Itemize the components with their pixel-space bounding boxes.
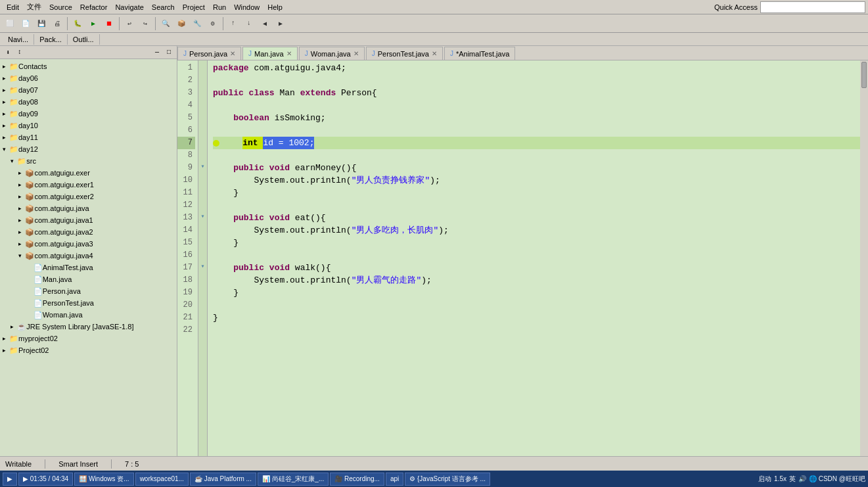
toolbar-btn-7[interactable]: 🔍 (158, 16, 173, 31)
code-editor[interactable]: 12345678910111213141516171819202122 ▾▾▾ … (177, 60, 868, 456)
tree-item-pkg-java[interactable]: ▸📦com.atguigu.java (0, 202, 177, 214)
tree-item-Person[interactable]: 📄Person.java (0, 285, 177, 297)
tree-item-Woman[interactable]: 📄Woman.java (0, 309, 177, 321)
quick-access-area: Quick Access (714, 1, 865, 13)
tree-label: day09 (18, 110, 38, 118)
taskbar-btn-windows[interactable]: 🪟 Windows 资... (74, 473, 133, 486)
tree-item-pkg-java3[interactable]: ▸📦com.atguigu.java3 (0, 238, 177, 250)
tab-close-btn[interactable]: ✕ (230, 50, 235, 57)
sys-zoom: 1.5x (774, 475, 787, 482)
menu-help[interactable]: Help (263, 2, 286, 12)
vertical-scrollbar[interactable] (860, 60, 868, 456)
tree-item-jre[interactable]: ▸☕JRE System Library [JavaSE-1.8] (0, 321, 177, 333)
tab-close-btn[interactable]: ✕ (354, 50, 359, 57)
sidebar-btn-2[interactable]: ↕ (14, 47, 25, 58)
editor-tab-2[interactable]: JWoman.java✕ (299, 47, 365, 60)
taskbar-btn-media[interactable]: ▶ 01:35 / 04:34 (18, 473, 73, 486)
toolbar-btn-10[interactable]: ⚙ (206, 16, 220, 31)
menu-search[interactable]: Search (148, 2, 179, 12)
toolbar-btn-8[interactable]: 📦 (174, 16, 189, 31)
tree-item-day10[interactable]: ▸📁day10 (0, 120, 177, 131)
toolbar-btn-9[interactable]: 🔧 (190, 16, 204, 31)
toolbar-btn-2[interactable]: 📄 (18, 16, 33, 31)
panel-tab-navi[interactable]: Navi... (3, 34, 34, 45)
menu-source[interactable]: Source (45, 2, 76, 12)
quick-access-input[interactable] (760, 1, 865, 13)
tree-item-pkg-java2[interactable]: ▸📦com.atguigu.java2 (0, 226, 177, 238)
tree-item-pkg-java4[interactable]: ▾📦com.atguigu.java4 (0, 250, 177, 262)
code-line-21: } (213, 312, 860, 324)
menu-refactor[interactable]: Refactor (76, 2, 112, 12)
tree-item-pkg-exer2[interactable]: ▸📦com.atguigu.exer2 (0, 191, 177, 202)
keyword: public (213, 87, 249, 99)
menu-project[interactable]: Project (179, 2, 209, 12)
tree-item-PersonTest[interactable]: 📄PersonTest.java (0, 297, 177, 309)
fold-arrow-icon[interactable]: ▾ (200, 213, 204, 220)
tree-item-contacts[interactable]: ▸📁Contacts (0, 60, 177, 72)
menu-window[interactable]: Window (230, 2, 263, 12)
panel-tab-pack[interactable]: Pack... (34, 34, 68, 45)
toolbar-btn-14[interactable]: ▶ (273, 16, 288, 31)
menu-file[interactable]: 文件 (23, 1, 45, 13)
taskbar-btn-java[interactable]: ☕ Java Platform ... (190, 473, 256, 486)
toolbar-btn-3[interactable]: 💾 (34, 16, 49, 31)
editor-tab-3[interactable]: JPersonTest.java✕ (366, 47, 443, 60)
editor-tab-4[interactable]: J*AnimalTest.java (444, 47, 515, 60)
code-line-12 (213, 199, 860, 212)
fold-arrow-icon[interactable]: ▾ (200, 163, 204, 170)
tree-item-src[interactable]: ▾📁src (0, 155, 177, 167)
toolbar-btn-run[interactable]: ▶ (86, 16, 101, 31)
taskbar-btn-ppt[interactable]: 📊 尚硅谷_宋红康_... (258, 473, 329, 486)
editor-tab-0[interactable]: JPerson.java✕ (177, 47, 241, 60)
toolbar-btn-1[interactable]: ⬜ (3, 16, 17, 31)
menu-run[interactable]: Run (209, 2, 230, 12)
tree-item-pkg-exer[interactable]: ▸📦com.atguigu.exer (0, 167, 177, 179)
tree-arrow: ▸ (3, 75, 9, 81)
tree-item-day11[interactable]: ▸📁day11 (0, 131, 177, 143)
toolbar-btn-11[interactable]: ↑ (226, 16, 240, 31)
toolbar-btn-13[interactable]: ◀ (258, 16, 272, 31)
toolbar-btn-debug[interactable]: 🐛 (70, 16, 85, 31)
keyword: void (269, 262, 295, 274)
toolbar-btn-stop[interactable]: ⏹ (102, 16, 116, 31)
taskbar-btn-workspace[interactable]: workspace01... (135, 473, 189, 486)
tab-close-btn[interactable]: ✕ (432, 50, 437, 57)
fold-arrow-icon[interactable]: ▾ (200, 263, 204, 270)
tree-item-day08[interactable]: ▸📁day08 (0, 96, 177, 108)
toolbar-btn-6[interactable]: ↪ (138, 16, 152, 31)
code-content[interactable]: package com.atguigu.java4; public class … (208, 60, 860, 456)
menu-edit[interactable]: Edit (3, 2, 23, 12)
toolbar-btn-12[interactable]: ↓ (242, 16, 256, 31)
sidebar-btn-1[interactable]: ⬇ (3, 47, 13, 58)
gutter-2 (198, 73, 207, 85)
line-number-12: 12 (177, 199, 195, 212)
taskbar-btn-api[interactable]: api (386, 473, 403, 486)
tree-item-pkg-exer1[interactable]: ▸📦com.atguigu.exer1 (0, 179, 177, 191)
sidebar-btn-min[interactable]: — (152, 47, 162, 58)
tree-item-Project02[interactable]: ▸📁Project02 (0, 344, 177, 356)
tab-close-btn[interactable]: ✕ (286, 50, 292, 57)
toolbar-btn-5[interactable]: ↩ (122, 16, 137, 31)
editor-tab-1[interactable]: JMan.java✕ (242, 47, 298, 60)
scroll-thumb[interactable] (861, 62, 867, 88)
tree-item-day12[interactable]: ▾📁day12 (0, 143, 177, 155)
normal-text (213, 212, 233, 224)
tree-label: day10 (18, 122, 38, 129)
tree-item-day09[interactable]: ▸📁day09 (0, 108, 177, 120)
tree-item-day06[interactable]: ▸📁day06 (0, 72, 177, 84)
tree-item-myproject02[interactable]: ▸📁myproject02 (0, 333, 177, 344)
taskbar-btn-js[interactable]: ⚙ {JavaScript 语言参考 ... (405, 473, 490, 486)
taskbar-start[interactable]: ▶ (3, 473, 17, 486)
code-line-1: package com.atguigu.java4; (213, 62, 860, 74)
menu-navigate[interactable]: Navigate (111, 2, 147, 12)
toolbar-btn-4[interactable]: 🖨 (50, 16, 64, 31)
tab-label: Man.java (254, 50, 284, 58)
tree-item-pkg-java1[interactable]: ▸📦com.atguigu.java1 (0, 214, 177, 226)
tree-item-AnimalTest[interactable]: 📄AnimalTest.java (0, 262, 177, 273)
tree-item-Man[interactable]: 📄Man.java (0, 273, 177, 285)
taskbar-btn-recording[interactable]: 🎥 Recording... (330, 473, 384, 486)
code-line-6 (213, 124, 860, 137)
tree-item-day07[interactable]: ▸📁day07 (0, 84, 177, 96)
sidebar-btn-max[interactable]: □ (164, 47, 174, 58)
panel-tab-outli[interactable]: Outli... (68, 34, 100, 45)
